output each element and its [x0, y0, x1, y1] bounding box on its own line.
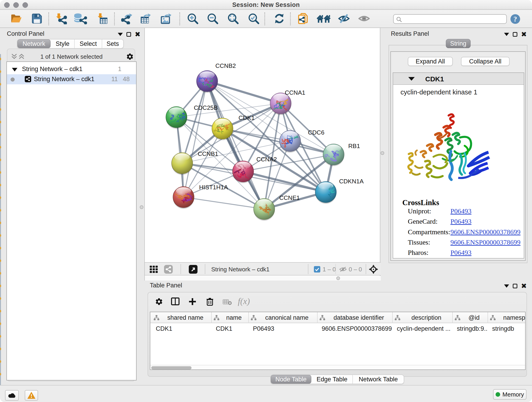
zoom-fit-icon[interactable] — [227, 13, 239, 24]
delete-column-trash-icon[interactable] — [206, 298, 214, 306]
table-cell[interactable]: cyclin-dependent ... — [393, 324, 452, 334]
edge-CCNB2-RB1[interactable] — [207, 81, 334, 154]
memory-button[interactable]: Memory — [493, 389, 526, 400]
table-panel-collapse-icon[interactable] — [504, 284, 509, 288]
refresh-view-icon[interactable] — [273, 13, 285, 24]
export-table-icon[interactable] — [140, 13, 151, 24]
crosslink-link[interactable]: 9606.ENSP00000378699 — [450, 238, 520, 246]
main-toolbar: ? — [0, 10, 532, 28]
crosslink-link[interactable]: P06493 — [450, 249, 472, 256]
table-cell[interactable]: stringdb:9... — [453, 324, 488, 334]
results-panel-float-icon[interactable] — [513, 32, 517, 37]
table-cell[interactable]: 9606.ENSP00000378699 — [317, 324, 392, 334]
column-header-namespace[interactable]: namespace — [488, 312, 526, 323]
gene-group-header[interactable]: CDK1 — [393, 73, 524, 85]
expand-all-button[interactable]: Expand All — [408, 57, 453, 66]
node-RB1[interactable]: RB1 — [322, 143, 360, 166]
clone-network-icon[interactable] — [298, 13, 309, 24]
control-panel-tab-select[interactable]: Select — [75, 39, 102, 48]
table-cell[interactable]: CDK1 — [152, 324, 211, 334]
help-icon[interactable]: ? — [510, 14, 520, 24]
control-panel-tab-network[interactable]: Network — [17, 39, 51, 48]
fit-selected-crosshair-icon[interactable] — [369, 265, 378, 274]
toolbar-separator — [290, 12, 291, 25]
table-tab-node-table[interactable]: Node Table — [271, 375, 312, 384]
crosslink-row: Pharos:P06493 — [408, 249, 428, 256]
network-toolbar-separator — [366, 264, 366, 274]
zoom-selected-icon[interactable] — [248, 13, 259, 24]
table-panel-float-icon[interactable] — [513, 284, 517, 288]
node-CCNA1[interactable]: CCNA1 — [270, 89, 305, 115]
create-column-plus-icon[interactable] — [188, 298, 196, 306]
control-panel-tab-sets[interactable]: Sets — [102, 39, 123, 48]
crosslink-link[interactable]: P06493 — [450, 217, 472, 225]
desktop-dot — [0, 196, 1, 199]
column-header-shared-name[interactable]: shared name — [152, 312, 212, 323]
show-columns-icon[interactable] — [171, 298, 180, 305]
column-header-description[interactable]: description — [393, 312, 453, 323]
import-table-from-database-icon[interactable] — [73, 13, 87, 24]
results-panel-collapse-icon[interactable] — [504, 33, 509, 36]
hide-selected-eye-slash-icon[interactable] — [338, 13, 350, 24]
export-network-icon[interactable] — [121, 13, 133, 24]
open-session-icon[interactable] — [10, 13, 22, 24]
control-panel-float-icon[interactable] — [127, 32, 131, 37]
network-options-gear-icon[interactable] — [126, 53, 134, 61]
horizontal-splitter-handle[interactable] — [336, 276, 340, 280]
node-label-CDKN1A: CDKN1A — [339, 178, 364, 185]
control-panel-close-icon[interactable]: ✖ — [135, 32, 140, 37]
zoom-in-icon[interactable] — [187, 13, 198, 24]
table-horizontal-scrollbar[interactable] — [150, 365, 525, 370]
desktop-dot — [0, 96, 1, 98]
desktop-dot — [0, 234, 1, 237]
crosslink-link[interactable]: 9606.ENSP00000378699 — [450, 228, 520, 236]
crosslink-row: GeneCard:P06493 — [408, 217, 438, 225]
table-cell[interactable]: stringdb — [488, 324, 526, 334]
control-panel-collapse-icon[interactable] — [118, 33, 123, 36]
tree-expanded-icon[interactable] — [12, 68, 17, 71]
gene-group-expanded-icon[interactable] — [408, 77, 415, 81]
save-session-icon[interactable] — [31, 13, 43, 24]
open-in-new-window-icon[interactable] — [189, 265, 197, 274]
results-tab-string[interactable]: String — [446, 39, 471, 48]
network-collection-row[interactable]: String Network – cdk1 1 — [7, 65, 136, 74]
collapse-all-button[interactable]: Collapse All — [461, 57, 510, 66]
column-header-database-identifier[interactable]: database identifier — [317, 312, 393, 323]
network-share-icon — [25, 76, 31, 82]
left-splitter-handle[interactable] — [140, 205, 143, 209]
control-panel-tab-style[interactable]: Style — [51, 39, 75, 48]
desktop-dot — [0, 108, 1, 111]
table-scrollbar-thumb[interactable] — [151, 366, 191, 370]
import-table-icon[interactable] — [97, 13, 108, 24]
table-tab-edge-table[interactable]: Edge Table — [312, 375, 353, 384]
table-panel-close-icon[interactable]: ✖ — [521, 284, 527, 288]
search-input[interactable] — [393, 14, 507, 24]
table-options-gear-icon[interactable] — [155, 298, 163, 306]
results-panel-close-icon[interactable]: ✖ — [521, 32, 527, 37]
column-header-name[interactable]: name — [212, 312, 249, 323]
node-CDKN1A[interactable]: CDKN1A — [315, 178, 364, 204]
export-image-icon[interactable] — [160, 13, 172, 24]
birds-eye-grid-icon[interactable] — [149, 265, 158, 274]
import-network-icon[interactable] — [56, 13, 67, 24]
network-graph[interactable]: CCNB2CCNA1CDC25BCDK1CDC6RB1CCNB1CCNA2CDK… — [145, 28, 381, 262]
string-home-icon[interactable] — [317, 13, 331, 24]
column-header-canonical-name[interactable]: canonical name — [249, 312, 317, 323]
table-cell[interactable]: P06493 — [249, 324, 317, 334]
node-HIST1H1A[interactable]: HIST1H1A — [173, 184, 228, 209]
network-share-disabled-icon[interactable] — [164, 265, 173, 274]
network-row-selected[interactable]: String Network – cdk1 11 48 — [7, 74, 136, 84]
column-header--id[interactable]: @id — [453, 312, 488, 323]
desktop-dot — [0, 70, 1, 73]
desktop-dot — [0, 133, 1, 136]
warning-button[interactable] — [25, 390, 38, 401]
node-CCNB1[interactable]: CCNB1 — [172, 150, 218, 175]
show-all-eye-icon[interactable] — [358, 13, 370, 24]
cloud-button[interactable] — [5, 390, 19, 401]
table-cell[interactable]: CDK1 — [212, 324, 248, 334]
selected-checkbox-icon[interactable] — [314, 266, 320, 273]
zoom-out-icon[interactable] — [207, 13, 218, 24]
crosslink-link[interactable]: P06493 — [450, 207, 472, 215]
network-edge-count: 48 — [123, 76, 130, 83]
table-tab-network-table[interactable]: Network Table — [353, 375, 404, 384]
